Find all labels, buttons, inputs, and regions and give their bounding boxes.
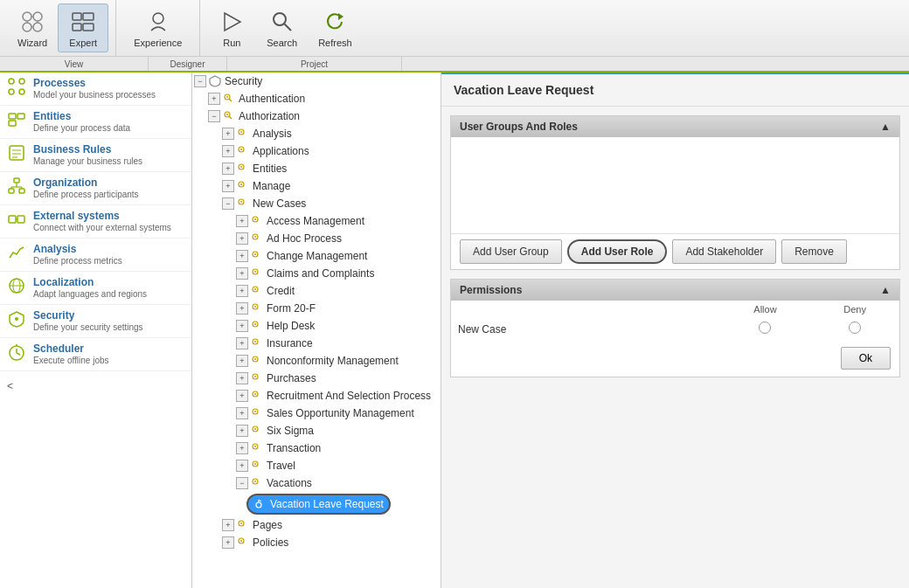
travel-node-label: Travel xyxy=(267,460,295,472)
external-systems-title: External systems xyxy=(33,210,184,222)
wizard-button[interactable]: Wizard xyxy=(7,4,58,52)
expand-change-management[interactable]: + xyxy=(236,250,248,262)
remove-button[interactable]: Remove xyxy=(781,239,847,264)
refresh-button[interactable]: Refresh xyxy=(308,4,363,52)
vacation-leave-request-node-icon xyxy=(253,497,267,511)
tree-node-ad-hoc-process[interactable]: + Ad Hoc Process xyxy=(192,230,441,247)
sidebar-collapse-button[interactable]: < xyxy=(7,380,13,392)
sidebar-item-business-rules[interactable]: Business Rules Manage your business rule… xyxy=(0,139,191,172)
credit-node-label: Credit xyxy=(267,285,295,297)
expand-credit[interactable]: + xyxy=(236,285,248,297)
new-cases-node-label: New Cases xyxy=(253,197,306,210)
permissions-collapse-icon[interactable]: ▲ xyxy=(880,284,891,296)
expand-manage[interactable]: + xyxy=(222,180,234,192)
expand-claims[interactable]: + xyxy=(236,267,248,280)
ok-button[interactable]: Ok xyxy=(841,347,891,370)
expand-authorization[interactable]: − xyxy=(208,110,220,122)
add-user-group-button[interactable]: Add User Group xyxy=(460,239,562,264)
sidebar-item-localization[interactable]: Localization Adapt languages and regions xyxy=(0,272,191,305)
sidebar-item-scheduler[interactable]: Scheduler Execute offline jobs xyxy=(0,338,191,371)
svg-point-91 xyxy=(254,463,256,465)
expand-analysis[interactable]: + xyxy=(222,128,234,140)
tree-node-recruitment[interactable]: + Recruitment And Selection Process xyxy=(192,387,441,405)
sidebar-item-analysis[interactable]: Analysis Define process metrics xyxy=(0,239,191,272)
external-systems-icon xyxy=(7,210,26,229)
user-groups-collapse-icon[interactable]: ▲ xyxy=(880,121,891,133)
expand-policies[interactable]: + xyxy=(222,536,234,549)
toolbar-section-labels: View Designer Project xyxy=(0,57,909,73)
svg-point-81 xyxy=(254,376,256,377)
tree-node-new-cases[interactable]: − New Cases xyxy=(192,195,441,212)
expand-authentication[interactable]: + xyxy=(208,93,220,105)
add-stakeholder-button[interactable]: Add Stakeholder xyxy=(672,239,776,264)
expand-form20f[interactable]: + xyxy=(236,302,248,315)
tree-node-six-sigma[interactable]: + Six Sigma xyxy=(192,422,441,439)
tree-node-transaction[interactable]: + Transaction xyxy=(192,439,441,457)
tree-node-authorization[interactable]: − Authorization xyxy=(192,107,441,125)
svg-rect-28 xyxy=(14,178,19,183)
tree-node-policies[interactable]: + Policies xyxy=(192,534,441,551)
expand-nonconformity[interactable]: + xyxy=(236,355,248,367)
tree-node-insurance[interactable]: + Insurance xyxy=(192,335,441,352)
sidebar-item-entities[interactable]: Entities Define your process data xyxy=(0,106,191,139)
expand-six-sigma[interactable]: + xyxy=(236,425,248,437)
tree-node-nonconformity[interactable]: + Nonconformity Management xyxy=(192,352,441,370)
expand-transaction[interactable]: + xyxy=(236,442,248,454)
sidebar-item-external-systems[interactable]: External systems Connect with your exter… xyxy=(0,205,191,239)
refresh-icon xyxy=(321,8,349,36)
tree-node-analysis[interactable]: + Analysis xyxy=(192,125,441,142)
expand-vacations[interactable]: − xyxy=(236,477,248,489)
expand-help-desk[interactable]: + xyxy=(236,320,248,332)
tree-node-access-management[interactable]: + Access Management xyxy=(192,212,441,230)
expand-sales[interactable]: + xyxy=(236,407,248,419)
expand-entities[interactable]: + xyxy=(222,163,234,175)
expand-ad-hoc[interactable]: + xyxy=(236,232,248,245)
sidebar-item-processes[interactable]: Processes Model your business processes xyxy=(0,73,191,106)
travel-node-icon xyxy=(250,459,264,473)
expand-pages[interactable]: + xyxy=(222,519,234,531)
expand-access-management[interactable]: + xyxy=(236,215,248,227)
tree-node-travel[interactable]: + Travel xyxy=(192,457,441,474)
ad-hoc-node-icon xyxy=(250,232,264,246)
add-user-role-button[interactable]: Add User Role xyxy=(567,239,668,264)
user-groups-section: User Groups And Roles ▲ Add User Group A… xyxy=(450,115,900,270)
tree-node-credit[interactable]: + Credit xyxy=(192,282,441,300)
expand-recruitment[interactable]: + xyxy=(236,390,248,402)
tree-node-change-management[interactable]: + Change Management xyxy=(192,247,441,265)
tree-node-authentication[interactable]: + Authentication xyxy=(192,90,441,107)
change-management-node-label: Change Management xyxy=(267,250,367,262)
organization-icon xyxy=(7,176,26,196)
svg-point-77 xyxy=(254,341,256,342)
sidebar-item-organization[interactable]: Organization Define process participants xyxy=(0,172,191,205)
expand-new-cases[interactable]: − xyxy=(222,197,234,210)
tree-node-vacation-leave-request[interactable]: Vacation Leave Request xyxy=(246,494,391,515)
sidebar-item-security[interactable]: Security Define your security settings xyxy=(0,305,191,338)
experience-button[interactable]: Experience xyxy=(123,4,192,52)
expand-purchases[interactable]: + xyxy=(236,372,248,384)
toolbar: Wizard Expert Experience xyxy=(0,0,909,57)
search-button[interactable]: Search xyxy=(256,4,308,52)
tree-node-applications[interactable]: + Applications xyxy=(192,142,441,160)
tree-node-pages[interactable]: + Pages xyxy=(192,516,441,534)
deny-radio[interactable] xyxy=(849,322,861,334)
svg-line-50 xyxy=(229,116,232,119)
tree-node-vacations[interactable]: − Vacations xyxy=(192,474,441,492)
run-button[interactable]: Run xyxy=(207,4,256,52)
tree-node-help-desk[interactable]: + Help Desk xyxy=(192,317,441,335)
allow-radio[interactable] xyxy=(759,322,771,334)
expand-applications[interactable]: + xyxy=(222,145,234,157)
tree-node-claims-complaints[interactable]: + Claims and Complaints xyxy=(192,265,441,282)
tree-node-sales-opportunity[interactable]: + Sales Opportunity Management xyxy=(192,405,441,422)
expand-insurance[interactable]: + xyxy=(236,337,248,349)
organization-title: Organization xyxy=(33,176,184,189)
tree-node-manage[interactable]: + Manage xyxy=(192,177,441,195)
tree-node-form-20f[interactable]: + Form 20-F xyxy=(192,300,441,317)
expand-travel[interactable]: + xyxy=(236,460,248,472)
permission-deny-cell xyxy=(810,318,899,340)
expert-button[interactable]: Expert xyxy=(58,3,108,52)
tree-node-entities[interactable]: + Entities xyxy=(192,160,441,177)
tree-node-security[interactable]: − Security xyxy=(192,73,441,90)
tree-node-purchases[interactable]: + Purchases xyxy=(192,370,441,387)
authentication-node-label: Authentication xyxy=(239,93,305,105)
expand-security[interactable]: − xyxy=(194,75,206,87)
